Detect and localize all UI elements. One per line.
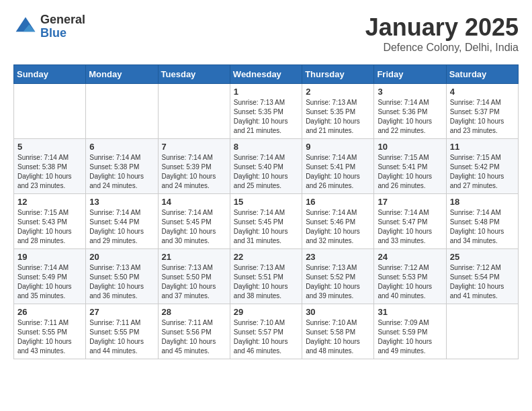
calendar-cell: 15Sunrise: 7:14 AMSunset: 5:45 PMDayligh… xyxy=(230,194,302,249)
calendar-week-4: 19Sunrise: 7:14 AMSunset: 5:49 PMDayligh… xyxy=(14,249,519,304)
day-number: 8 xyxy=(234,142,298,152)
day-number: 9 xyxy=(306,142,370,152)
calendar-cell: 27Sunrise: 7:11 AMSunset: 5:55 PMDayligh… xyxy=(86,304,158,359)
day-info: Sunrise: 7:15 AMSunset: 5:43 PMDaylight:… xyxy=(17,208,82,246)
day-info: Sunrise: 7:15 AMSunset: 5:42 PMDaylight:… xyxy=(450,153,515,191)
calendar-week-2: 5Sunrise: 7:14 AMSunset: 5:38 PMDaylight… xyxy=(14,139,519,194)
day-info: Sunrise: 7:13 AMSunset: 5:52 PMDaylight:… xyxy=(306,263,370,301)
calendar-cell xyxy=(14,84,86,139)
day-number: 11 xyxy=(450,142,515,152)
calendar-header-row: SundayMondayTuesdayWednesdayThursdayFrid… xyxy=(14,65,519,84)
day-info: Sunrise: 7:11 AMSunset: 5:56 PMDaylight:… xyxy=(162,318,226,356)
day-number: 24 xyxy=(378,252,442,262)
calendar-cell: 11Sunrise: 7:15 AMSunset: 5:42 PMDayligh… xyxy=(446,139,518,194)
calendar-cell: 24Sunrise: 7:12 AMSunset: 5:53 PMDayligh… xyxy=(374,249,446,304)
page-header: General Blue January 2025 Defence Colony… xyxy=(13,13,519,54)
day-number: 19 xyxy=(17,252,82,262)
calendar-cell: 23Sunrise: 7:13 AMSunset: 5:52 PMDayligh… xyxy=(302,249,374,304)
day-info: Sunrise: 7:14 AMSunset: 5:45 PMDaylight:… xyxy=(162,208,226,246)
day-info: Sunrise: 7:10 AMSunset: 5:57 PMDaylight:… xyxy=(234,318,298,356)
day-number: 31 xyxy=(378,307,442,317)
day-info: Sunrise: 7:15 AMSunset: 5:41 PMDaylight:… xyxy=(378,153,442,191)
day-info: Sunrise: 7:12 AMSunset: 5:54 PMDaylight:… xyxy=(450,263,515,301)
logo-general: General xyxy=(40,13,85,27)
day-number: 18 xyxy=(450,197,515,207)
calendar-cell: 26Sunrise: 7:11 AMSunset: 5:55 PMDayligh… xyxy=(14,304,86,359)
day-header-wednesday: Wednesday xyxy=(230,65,302,84)
day-info: Sunrise: 7:14 AMSunset: 5:38 PMDaylight:… xyxy=(89,153,154,191)
day-info: Sunrise: 7:13 AMSunset: 5:50 PMDaylight:… xyxy=(89,263,154,301)
calendar-cell: 18Sunrise: 7:14 AMSunset: 5:48 PMDayligh… xyxy=(446,194,518,249)
calendar-cell: 14Sunrise: 7:14 AMSunset: 5:45 PMDayligh… xyxy=(158,194,230,249)
calendar-cell: 12Sunrise: 7:15 AMSunset: 5:43 PMDayligh… xyxy=(14,194,86,249)
day-number: 27 xyxy=(89,307,154,317)
calendar-cell: 4Sunrise: 7:14 AMSunset: 5:37 PMDaylight… xyxy=(446,84,518,139)
calendar-cell: 29Sunrise: 7:10 AMSunset: 5:57 PMDayligh… xyxy=(230,304,302,359)
day-number: 15 xyxy=(234,197,298,207)
day-number: 12 xyxy=(17,197,82,207)
calendar-week-1: 1Sunrise: 7:13 AMSunset: 5:35 PMDaylight… xyxy=(14,84,519,139)
day-header-thursday: Thursday xyxy=(302,65,374,84)
day-number: 22 xyxy=(234,252,298,262)
day-number: 21 xyxy=(162,252,226,262)
calendar-cell xyxy=(446,304,518,359)
day-number: 16 xyxy=(306,197,370,207)
day-info: Sunrise: 7:14 AMSunset: 5:41 PMDaylight:… xyxy=(306,153,370,191)
calendar-table: SundayMondayTuesdayWednesdayThursdayFrid… xyxy=(13,64,519,359)
calendar-cell: 8Sunrise: 7:14 AMSunset: 5:40 PMDaylight… xyxy=(230,139,302,194)
calendar-cell: 20Sunrise: 7:13 AMSunset: 5:50 PMDayligh… xyxy=(86,249,158,304)
day-info: Sunrise: 7:14 AMSunset: 5:37 PMDaylight:… xyxy=(450,98,515,136)
day-number: 6 xyxy=(89,142,154,152)
day-info: Sunrise: 7:11 AMSunset: 5:55 PMDaylight:… xyxy=(89,318,154,356)
day-info: Sunrise: 7:09 AMSunset: 5:59 PMDaylight:… xyxy=(378,318,442,356)
day-info: Sunrise: 7:13 AMSunset: 5:51 PMDaylight:… xyxy=(234,263,298,301)
calendar-cell: 5Sunrise: 7:14 AMSunset: 5:38 PMDaylight… xyxy=(14,139,86,194)
calendar-cell: 9Sunrise: 7:14 AMSunset: 5:41 PMDaylight… xyxy=(302,139,374,194)
day-number: 30 xyxy=(306,307,370,317)
calendar-cell: 1Sunrise: 7:13 AMSunset: 5:35 PMDaylight… xyxy=(230,84,302,139)
day-number: 29 xyxy=(234,307,298,317)
day-number: 2 xyxy=(306,87,370,97)
day-header-saturday: Saturday xyxy=(446,65,518,84)
day-number: 23 xyxy=(306,252,370,262)
calendar-cell: 30Sunrise: 7:10 AMSunset: 5:58 PMDayligh… xyxy=(302,304,374,359)
day-number: 17 xyxy=(378,197,442,207)
day-info: Sunrise: 7:14 AMSunset: 5:39 PMDaylight:… xyxy=(162,153,226,191)
calendar-week-5: 26Sunrise: 7:11 AMSunset: 5:55 PMDayligh… xyxy=(14,304,519,359)
calendar-cell: 10Sunrise: 7:15 AMSunset: 5:41 PMDayligh… xyxy=(374,139,446,194)
calendar-cell: 22Sunrise: 7:13 AMSunset: 5:51 PMDayligh… xyxy=(230,249,302,304)
day-header-tuesday: Tuesday xyxy=(158,65,230,84)
day-number: 5 xyxy=(17,142,82,152)
day-header-friday: Friday xyxy=(374,65,446,84)
logo-icon xyxy=(13,15,38,39)
calendar-cell: 19Sunrise: 7:14 AMSunset: 5:49 PMDayligh… xyxy=(14,249,86,304)
logo-blue: Blue xyxy=(40,27,85,40)
location: Defence Colony, Delhi, India xyxy=(365,42,519,54)
day-info: Sunrise: 7:14 AMSunset: 5:38 PMDaylight:… xyxy=(17,153,82,191)
day-info: Sunrise: 7:14 AMSunset: 5:44 PMDaylight:… xyxy=(89,208,154,246)
calendar-cell: 13Sunrise: 7:14 AMSunset: 5:44 PMDayligh… xyxy=(86,194,158,249)
day-number: 4 xyxy=(450,87,515,97)
calendar-cell: 3Sunrise: 7:14 AMSunset: 5:36 PMDaylight… xyxy=(374,84,446,139)
day-info: Sunrise: 7:14 AMSunset: 5:40 PMDaylight:… xyxy=(234,153,298,191)
logo: General Blue xyxy=(13,13,85,40)
calendar-cell xyxy=(86,84,158,139)
calendar-cell: 25Sunrise: 7:12 AMSunset: 5:54 PMDayligh… xyxy=(446,249,518,304)
day-header-monday: Monday xyxy=(86,65,158,84)
day-info: Sunrise: 7:14 AMSunset: 5:36 PMDaylight:… xyxy=(378,98,442,136)
calendar-cell: 7Sunrise: 7:14 AMSunset: 5:39 PMDaylight… xyxy=(158,139,230,194)
day-info: Sunrise: 7:13 AMSunset: 5:50 PMDaylight:… xyxy=(162,263,226,301)
day-info: Sunrise: 7:14 AMSunset: 5:48 PMDaylight:… xyxy=(450,208,515,246)
day-number: 10 xyxy=(378,142,442,152)
day-number: 14 xyxy=(162,197,226,207)
day-number: 20 xyxy=(89,252,154,262)
day-header-sunday: Sunday xyxy=(14,65,86,84)
calendar-cell: 31Sunrise: 7:09 AMSunset: 5:59 PMDayligh… xyxy=(374,304,446,359)
day-info: Sunrise: 7:14 AMSunset: 5:47 PMDaylight:… xyxy=(378,208,442,246)
calendar-week-3: 12Sunrise: 7:15 AMSunset: 5:43 PMDayligh… xyxy=(14,194,519,249)
calendar-cell: 28Sunrise: 7:11 AMSunset: 5:56 PMDayligh… xyxy=(158,304,230,359)
day-info: Sunrise: 7:13 AMSunset: 5:35 PMDaylight:… xyxy=(234,98,298,136)
calendar-cell: 16Sunrise: 7:14 AMSunset: 5:46 PMDayligh… xyxy=(302,194,374,249)
calendar-cell: 6Sunrise: 7:14 AMSunset: 5:38 PMDaylight… xyxy=(86,139,158,194)
day-number: 28 xyxy=(162,307,226,317)
